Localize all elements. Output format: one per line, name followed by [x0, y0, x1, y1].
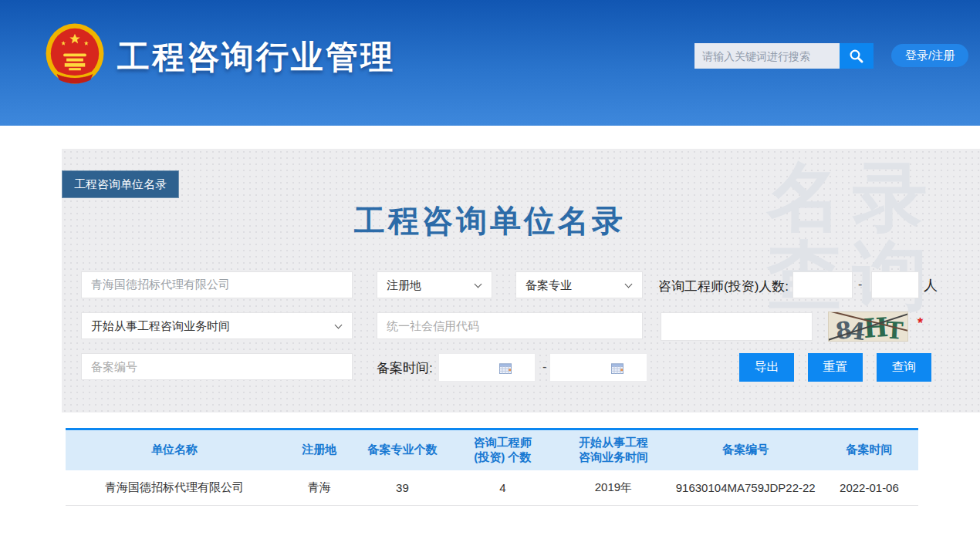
chevron-down-icon	[475, 281, 482, 288]
query-form: 注册地 备案专业 咨询工程师(投资)人数: - 人 开始从事工程咨询业务时间	[81, 271, 980, 382]
captcha-required-mark: *	[917, 315, 923, 332]
credit-code-input[interactable]	[377, 312, 643, 339]
engineer-count-max-input[interactable]	[871, 271, 919, 298]
company-name-input[interactable]	[81, 271, 353, 298]
table-header-cell: 备案专业个数	[356, 430, 450, 470]
reset-button[interactable]: 重置	[808, 353, 863, 382]
table-row[interactable]: 青海国德招标代理有限公司青海3942019年91630104MA759JDP22…	[66, 470, 918, 506]
header-search-input[interactable]	[694, 43, 840, 69]
table-body: 青海国德招标代理有限公司青海3942019年91630104MA759JDP22…	[66, 470, 918, 506]
calendar-icon	[611, 362, 623, 374]
header-search-button[interactable]	[840, 43, 874, 69]
captcha-input[interactable]	[661, 312, 813, 341]
table-cell: 91630104MA759JDP22-22	[671, 470, 820, 506]
form-row-3: 备案时间: -	[81, 353, 980, 382]
chevron-down-icon	[335, 322, 343, 329]
table-header-cell: 注册地	[283, 430, 356, 470]
page-title: 工程咨询单位名录	[62, 201, 918, 240]
registration-place-value: 注册地	[387, 278, 421, 291]
table-cell: 39	[356, 470, 450, 506]
export-button[interactable]: 导出	[739, 353, 794, 382]
record-number-input[interactable]	[81, 353, 353, 380]
record-specialty-select[interactable]: 备案专业	[515, 271, 643, 298]
registration-place-select[interactable]: 注册地	[377, 271, 492, 298]
range-separator: -	[858, 278, 862, 291]
login-register-button[interactable]: 登录/注册	[891, 44, 968, 67]
national-emblem-logo	[45, 23, 105, 86]
table-cell: 4	[449, 470, 556, 506]
record-specialty-value: 备案专业	[525, 278, 572, 291]
tab-unit-directory[interactable]: 工程咨询单位名录	[62, 170, 179, 198]
record-time-label: 备案时间:	[377, 359, 433, 377]
table-header-cell: 单位名称	[66, 430, 283, 470]
engineer-count-min-input[interactable]	[792, 271, 853, 298]
site-title: 工程咨询行业管理	[117, 35, 395, 79]
record-time-end-input[interactable]	[549, 353, 647, 382]
site-header: 工程咨询行业管理 登录/注册	[0, 0, 980, 126]
search-icon	[849, 49, 864, 64]
engineer-count-unit: 人	[924, 276, 938, 295]
form-row-1: 注册地 备案专业 咨询工程师(投资)人数: - 人	[81, 271, 980, 298]
page: 工程咨询行业管理 登录/注册 名录 查询 工程咨询单位名录 工程咨询单位名录 注…	[0, 0, 980, 506]
table-cell: 2019年	[556, 470, 671, 506]
record-time-start-input[interactable]	[438, 353, 536, 382]
query-panel: 名录 查询 工程咨询单位名录 工程咨询单位名录 注册地 备案专业 咨询工程师(投…	[62, 149, 980, 413]
form-row-2: 开始从事工程咨询业务时间 84HT *	[81, 312, 980, 341]
start-business-time-select[interactable]: 开始从事工程咨询业务时间	[81, 312, 353, 339]
table-header-cell: 备案编号	[671, 430, 820, 470]
table-header-cell: 开始从事工程 咨询业务时间	[556, 430, 671, 470]
calendar-icon	[499, 362, 512, 374]
start-business-time-value: 开始从事工程咨询业务时间	[91, 319, 230, 332]
results-table: 单位名称注册地备案专业个数咨询工程师 (投资) 个数开始从事工程 咨询业务时间备…	[66, 428, 918, 506]
table-cell: 青海国德招标代理有限公司	[66, 470, 283, 506]
chevron-down-icon	[625, 281, 633, 288]
date-range-separator: -	[542, 360, 546, 374]
header-search	[694, 43, 874, 69]
table-cell: 2022-01-06	[820, 470, 918, 506]
table-header-row: 单位名称注册地备案专业个数咨询工程师 (投资) 个数开始从事工程 咨询业务时间备…	[66, 430, 918, 470]
table-header-cell: 咨询工程师 (投资) 个数	[449, 430, 556, 470]
query-button[interactable]: 查询	[877, 353, 931, 382]
table-cell: 青海	[283, 470, 356, 506]
table-header-cell: 备案时间	[820, 430, 918, 470]
engineer-count-label: 咨询工程师(投资)人数:	[658, 278, 789, 295]
captcha-image[interactable]: 84HT	[828, 311, 908, 342]
